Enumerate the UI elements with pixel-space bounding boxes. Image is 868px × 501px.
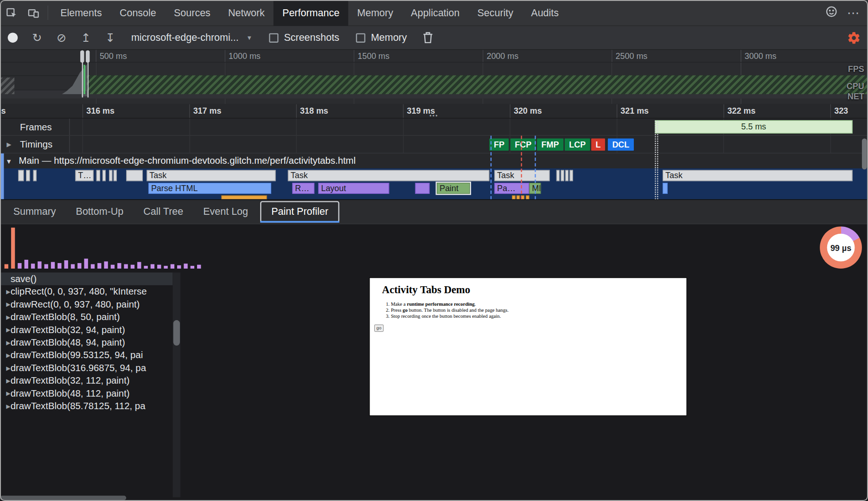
task-bar[interactable]: T… [75,170,93,181]
record-button[interactable] [8,32,18,42]
selection-handle-right[interactable] [86,51,89,63]
histogram-bar[interactable] [77,263,81,269]
capture-checkbox[interactable]: Screenshots [269,32,339,44]
histogram-bar[interactable] [38,262,41,269]
task-bar[interactable] [126,170,143,181]
paint-command-row[interactable]: ▶ drawTextBlob(85.78125, 112, pa [0,400,172,412]
timing-marker-badge[interactable]: DCL [608,138,634,150]
paint-command-row[interactable]: ▶ drawTextBlob(99.53125, 94, pai [0,349,172,361]
histogram-bar[interactable] [131,265,134,269]
paint-command-row[interactable]: ▶ drawRect(0, 0, 937, 480, paint) [0,298,172,310]
panel-tab[interactable]: Performance [274,0,348,26]
task-bar[interactable] [102,170,106,181]
histogram-bar[interactable] [124,264,128,269]
reload-and-record-button[interactable]: ↻ [25,31,50,45]
details-tab[interactable]: Call Tree [134,199,193,225]
expand-caret-icon[interactable]: ▶ [0,391,11,397]
device-toolbar-button[interactable] [22,0,45,26]
timings-track[interactable]: ▶ Timings FPFCPFMPLCPLDCL [0,136,868,154]
timing-marker-badge[interactable]: LCP [565,138,590,150]
event-bar[interactable]: Parse HTML [148,183,271,194]
histogram-bar[interactable] [171,264,174,269]
expand-caret-icon[interactable]: ▶ [0,352,11,358]
details-tab[interactable]: Bottom-Up [66,199,134,225]
main-flamechart[interactable]: T…TaskTaskTaskTask Parse HTMLR…LayoutPai… [0,168,868,199]
histogram-bar[interactable] [31,263,35,269]
feedback-button[interactable] [825,5,838,20]
expand-caret-icon[interactable]: ▶ [0,314,11,320]
expand-caret-icon[interactable]: ▶ [6,141,11,148]
expand-caret-icon[interactable]: ▶ [0,289,11,295]
task-bar[interactable] [26,170,30,181]
histogram-bar[interactable] [71,264,75,269]
task-bar[interactable]: Task [663,170,853,181]
paint-command-row[interactable]: ▶ drawTextBlob(32, 94, paint) [0,323,172,336]
histogram-bar[interactable] [117,263,121,269]
histogram-bar[interactable] [111,265,115,269]
task-bar[interactable]: Task [288,170,490,181]
expand-caret-icon[interactable]: ▶ [0,301,11,307]
histogram-bar[interactable] [45,264,48,269]
histogram-bar[interactable] [137,262,141,269]
frames-track[interactable]: Frames 5.5 ms [0,118,868,135]
expand-caret-icon[interactable]: ▶ [0,340,11,346]
panel-tab[interactable]: Console [111,0,165,26]
details-tab[interactable]: Paint Profiler [260,201,339,223]
task-bar[interactable] [570,170,573,181]
histogram-bar[interactable] [25,260,28,269]
paint-command-row[interactable]: save() [0,272,172,285]
event-bar[interactable] [415,183,429,194]
histogram-bar[interactable] [157,265,161,269]
details-tab[interactable]: Summary [3,199,66,225]
task-bar[interactable] [96,170,100,181]
histogram-bar[interactable] [184,263,187,269]
event-bar[interactable]: R… [292,183,314,194]
clear-recording-button[interactable]: ⊘ [49,31,74,45]
expand-caret-icon[interactable]: ▶ [0,403,11,409]
capture-checkbox[interactable]: Memory [356,32,407,44]
event-bar[interactable]: Layout [318,183,389,194]
task-bar[interactable]: Task [147,170,275,181]
event-bar[interactable] [517,195,520,199]
event-bar[interactable] [663,183,668,194]
histogram-bar[interactable] [177,265,181,269]
command-log-scrollbar-thumb[interactable] [173,320,180,346]
task-bar[interactable] [33,170,37,181]
histogram-bar[interactable] [151,264,154,269]
histogram-bar[interactable] [11,228,15,269]
command-log-scrollbar-track[interactable] [172,272,180,497]
paint-command-row[interactable]: ▶ drawTextBlob(48, 94, paint) [0,336,172,349]
panel-tab[interactable]: Security [468,0,522,26]
panel-tab[interactable]: Application [402,0,468,26]
collapse-caret-icon[interactable]: ▼ [6,158,12,166]
panel-tab[interactable]: Network [219,0,274,26]
histogram-bar[interactable] [91,264,95,269]
main-track-header[interactable]: ▼ Main — https://microsoft-edge-chromium… [0,154,868,168]
delete-recording-button[interactable] [422,32,434,44]
panel-tab[interactable]: Sources [165,0,219,26]
paint-command-row[interactable]: ▶ drawTextBlob(316.96875, 94, pa [0,362,172,374]
selection-handle-left[interactable] [80,51,84,63]
timing-marker-badge[interactable]: FMP [537,138,563,150]
timing-marker-badge[interactable]: FCP [511,138,536,150]
task-bar[interactable] [561,170,564,181]
timeline-overview[interactable]: 500 ms1000 ms1500 ms2000 ms2500 ms3000 m… [0,50,868,104]
histogram-bar[interactable] [64,260,68,269]
histogram-bar[interactable] [97,263,101,269]
save-profile-button[interactable]: ↧ [98,31,122,45]
task-bar[interactable] [18,170,24,181]
more-options-button[interactable]: ⋯ [847,0,859,26]
horizontal-scrollbar-thumb[interactable] [0,496,126,501]
profile-select-dropdown[interactable]: microsoft-edge-chromi... ▼ [131,32,252,44]
capture-settings-button[interactable] [847,31,861,45]
details-tab[interactable]: Event Log [193,199,258,225]
event-bar[interactable] [526,195,529,199]
panel-tab[interactable]: Elements [51,0,111,26]
load-profile-button[interactable]: ↥ [74,31,98,45]
histogram-bar[interactable] [104,262,108,269]
timing-marker-badge[interactable]: L [591,138,605,150]
histogram-bar[interactable] [197,265,201,269]
histogram-bar[interactable] [5,264,8,269]
expand-caret-icon[interactable]: ▶ [0,378,11,384]
event-bar[interactable]: Pa… [494,183,529,194]
